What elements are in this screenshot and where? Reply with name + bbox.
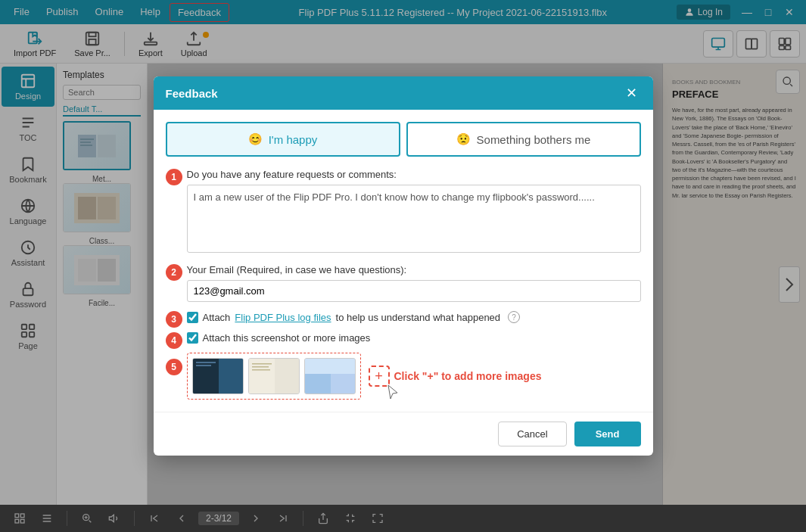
add-images-hint: Click "+" to add more images — [394, 370, 542, 382]
thumb-2-preview — [249, 359, 300, 394]
step-4-row: 4 Attach this screenshot or more images — [187, 332, 641, 344]
attach-label-prefix: Attach — [203, 312, 231, 323]
svg-rect-45 — [252, 369, 270, 371]
add-more-container: + Click "+" to add more images — [369, 366, 542, 387]
step-3-row: 3 Attach Flip PDF Plus log files to help… — [187, 311, 641, 323]
svg-rect-39 — [196, 362, 216, 363]
bothers-emoji: 😟 — [456, 132, 471, 146]
attach-screenshot-label: Attach this screenshot or more images — [203, 332, 371, 344]
cancel-button[interactable]: Cancel — [498, 422, 566, 446]
screenshot-thumb-3[interactable] — [304, 358, 356, 394]
tab-happy-label: I'm happy — [269, 133, 318, 146]
happy-emoji: 😊 — [248, 132, 263, 146]
tab-happy[interactable]: 😊 I'm happy — [166, 122, 400, 157]
attach-log-row: Attach Flip PDF Plus log files to help u… — [187, 311, 641, 323]
step-2-label: Your Email (Required, in case we have qu… — [187, 264, 641, 275]
modal-close-button[interactable]: ✕ — [623, 84, 641, 102]
send-button[interactable]: Send — [574, 422, 641, 446]
svg-rect-48 — [331, 374, 356, 394]
step-2-num: 2 — [166, 264, 182, 281]
cursor-hint — [385, 384, 400, 403]
attach-label-suffix: to help us understand what happened — [336, 312, 501, 323]
attach-log-checkbox[interactable] — [187, 312, 198, 323]
attach-log-link[interactable]: Flip PDF Plus log files — [235, 312, 331, 323]
modal-footer: Cancel Send — [154, 412, 653, 456]
modal-overlay: Feedback ✕ 😊 I'm happy 😟 Something bothe… — [0, 0, 806, 532]
step-5-row: 5 — [187, 353, 641, 400]
feedback-tabs: 😊 I'm happy 😟 Something bothers me — [166, 122, 641, 157]
step-2-row: 2 Your Email (Required, in case we have … — [187, 264, 641, 302]
screenshots-container — [187, 353, 361, 400]
help-icon[interactable]: ? — [508, 311, 520, 323]
screenshot-thumb-2[interactable] — [248, 358, 300, 394]
svg-rect-37 — [193, 359, 219, 394]
thumb-1-preview — [193, 359, 244, 394]
email-input[interactable] — [187, 280, 641, 302]
svg-rect-40 — [196, 365, 211, 366]
svg-rect-42 — [275, 359, 300, 394]
attach-screenshot-row: Attach this screenshot or more images — [187, 332, 641, 344]
svg-rect-38 — [219, 359, 244, 394]
feedback-textarea[interactable]: I am a new user of the Flip PDF Pro. I d… — [187, 185, 641, 253]
feedback-modal: Feedback ✕ 😊 I'm happy 😟 Something bothe… — [154, 76, 653, 456]
tab-bothers[interactable]: 😟 Something bothers me — [406, 122, 641, 157]
modal-title: Feedback — [166, 87, 218, 100]
cursor-icon — [385, 384, 400, 400]
svg-rect-43 — [252, 363, 272, 365]
svg-rect-44 — [252, 366, 269, 368]
step-1-row: 1 Do you have any feature requests or co… — [187, 169, 641, 255]
screenshot-thumb-1[interactable] — [192, 358, 244, 394]
step-4-num: 4 — [166, 332, 182, 349]
svg-rect-46 — [305, 359, 356, 374]
modal-header: Feedback ✕ — [154, 76, 653, 110]
step-1-label: Do you have any feature requests or comm… — [187, 169, 641, 180]
step-3-num: 3 — [166, 311, 182, 328]
modal-body: 😊 I'm happy 😟 Something bothers me 1 Do … — [154, 110, 653, 412]
thumb-3-preview — [305, 359, 356, 394]
tab-bothers-label: Something bothers me — [477, 133, 591, 146]
svg-rect-47 — [305, 374, 331, 394]
step-5-num: 5 — [166, 359, 182, 375]
step-1-num: 1 — [166, 169, 182, 185]
attach-screenshot-checkbox[interactable] — [187, 332, 198, 344]
